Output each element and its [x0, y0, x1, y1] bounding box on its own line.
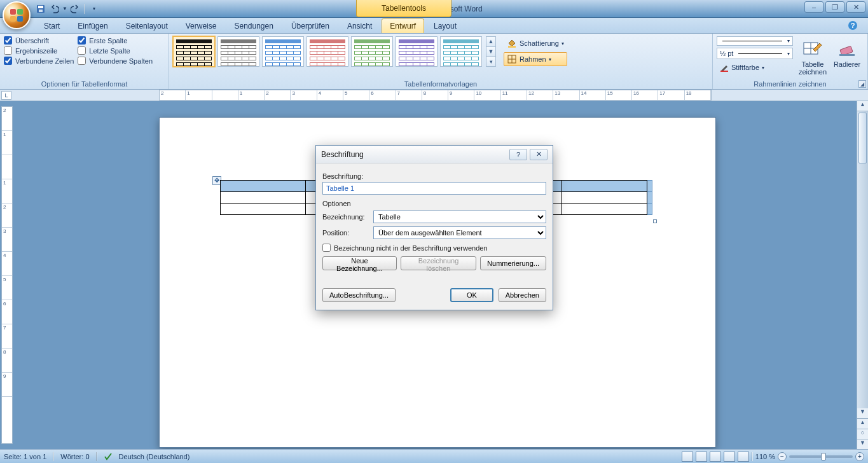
group-table-style-options: Überschrift Ergebniszeile Verbundene Zei…: [0, 34, 169, 89]
svg-rect-9: [720, 71, 728, 72]
window-controls: – ❐ ✕: [803, 1, 865, 13]
zoom-out-button[interactable]: −: [778, 452, 787, 461]
tab-einfuegen[interactable]: Einfügen: [69, 18, 116, 33]
cb-first-column-label: Erste Spalte: [89, 37, 127, 45]
line-weight-dropdown[interactable]: ½ pt ▾: [717, 48, 793, 59]
view-outline-button[interactable]: [724, 452, 735, 462]
scroll-thumb[interactable]: [858, 113, 867, 163]
dialog-close-button[interactable]: ✕: [530, 149, 548, 160]
cb-total-row[interactable]: Ergebniszeile: [4, 46, 74, 55]
cb-banded-rows-label: Verbundene Zeilen: [15, 57, 74, 65]
tab-ansicht[interactable]: Ansicht: [339, 18, 380, 33]
browse-next-icon[interactable]: ▼: [857, 439, 868, 449]
qat-customize-button[interactable]: ▾: [88, 3, 100, 15]
new-label-button[interactable]: Neue Bezeichnung...: [322, 256, 397, 270]
style-gallery[interactable]: [173, 36, 482, 67]
numbering-button[interactable]: Nummerierung...: [480, 256, 546, 270]
shading-label: Schattierung: [520, 39, 559, 47]
view-print-layout-button[interactable]: [682, 452, 693, 462]
table-style-thumb[interactable]: [173, 36, 215, 67]
autocaption-button[interactable]: AutoBeschriftung...: [322, 288, 396, 302]
proofing-icon[interactable]: [104, 452, 113, 461]
close-button[interactable]: ✕: [846, 1, 865, 13]
undo-button[interactable]: [48, 3, 61, 15]
browse-object-icon[interactable]: ○: [857, 429, 868, 439]
ruler-row: L 21123456789101112131415161718: [0, 90, 868, 101]
gallery-up-icon[interactable]: ▲: [486, 37, 495, 47]
label-dropdown[interactable]: Tabelle: [373, 211, 546, 223]
borders-button[interactable]: Rahmen▾: [504, 52, 567, 66]
group-draw-borders: ▾ ½ pt ▾ Stiftfarbe▾ Tabelle zeichnen Ra…: [713, 34, 868, 89]
table-style-thumb[interactable]: [440, 36, 482, 67]
tab-selector[interactable]: L: [1, 91, 11, 100]
tab-ueberpruefen[interactable]: Überprüfen: [283, 18, 338, 33]
gallery-scroll[interactable]: ▲ ▼ ▾: [486, 36, 496, 67]
minimize-button[interactable]: –: [804, 1, 823, 13]
table-style-thumb[interactable]: [307, 36, 348, 67]
draw-table-label: Tabelle zeichnen: [798, 60, 827, 76]
save-button[interactable]: [34, 3, 47, 15]
cb-last-column[interactable]: Letzte Spalte: [78, 46, 153, 55]
group-draw-label: Rahmenlinien zeichnen: [717, 79, 864, 88]
tab-entwurf[interactable]: Entwurf: [382, 18, 424, 33]
tab-seitenlayout[interactable]: Seitenlayout: [118, 18, 176, 33]
exclude-label-checkbox[interactable]: [322, 244, 331, 252]
eraser-button[interactable]: Radierer: [832, 36, 862, 68]
delete-label-button[interactable]: Bezeichnung löschen: [401, 256, 476, 270]
shading-button[interactable]: Schattierung▾: [504, 36, 567, 50]
cb-banded-columns-label: Verbundene Spalten: [89, 57, 153, 65]
draw-table-button[interactable]: Tabelle zeichnen: [798, 36, 827, 76]
cancel-button[interactable]: Abbrechen: [499, 288, 546, 302]
group-draw-launcher[interactable]: ◢: [858, 80, 866, 88]
maximize-button[interactable]: ❐: [825, 1, 844, 13]
tab-start[interactable]: Start: [36, 18, 68, 33]
cb-last-column-label: Letzte Spalte: [89, 47, 130, 55]
redo-button[interactable]: [69, 3, 81, 15]
caption-input[interactable]: [322, 182, 546, 195]
table-style-thumb[interactable]: [217, 36, 259, 67]
svg-rect-5: [508, 46, 516, 48]
ok-button[interactable]: OK: [450, 288, 493, 302]
zoom-level[interactable]: 110 %: [755, 453, 775, 460]
tab-verweise[interactable]: Verweise: [177, 18, 225, 33]
gallery-more-icon[interactable]: ▾: [486, 57, 495, 66]
svg-rect-14: [839, 54, 855, 56]
view-web-button[interactable]: [710, 452, 721, 462]
status-page[interactable]: Seite: 1 von 1: [4, 453, 46, 460]
dialog-help-button[interactable]: ?: [509, 149, 527, 160]
horizontal-ruler[interactable]: 21123456789101112131415161718: [159, 90, 712, 100]
view-draft-button[interactable]: [738, 452, 749, 462]
vertical-scrollbar[interactable]: ▲ ▼ ▲ ○ ▼: [857, 101, 868, 449]
borders-label: Rahmen: [520, 55, 546, 63]
tab-sendungen[interactable]: Sendungen: [226, 18, 281, 33]
pen-color-button[interactable]: Stiftfarbe▾: [717, 61, 793, 74]
dialog-titlebar[interactable]: Beschriftung ? ✕: [316, 146, 553, 163]
zoom-in-button[interactable]: +: [855, 452, 864, 461]
ribbon-tabs: Start Einfügen Seitenlayout Verweise Sen…: [0, 18, 868, 34]
status-language[interactable]: Deutsch (Deutschland): [119, 453, 190, 460]
cb-first-column[interactable]: Erste Spalte: [78, 36, 153, 45]
office-button[interactable]: [3, 1, 31, 29]
table-resize-handle[interactable]: [653, 219, 657, 223]
cb-header-row[interactable]: Überschrift: [4, 36, 74, 45]
cb-banded-rows[interactable]: Verbundene Zeilen: [4, 57, 74, 65]
caption-field-label: Beschriftung:: [322, 172, 546, 180]
view-fullscreen-button[interactable]: [696, 452, 707, 462]
scroll-down-icon[interactable]: ▼: [857, 408, 868, 418]
line-style-dropdown[interactable]: ▾: [717, 36, 793, 46]
cb-banded-columns[interactable]: Verbundene Spalten: [78, 57, 153, 65]
help-button[interactable]: ?: [844, 18, 862, 33]
browse-prev-icon[interactable]: ▲: [857, 418, 868, 429]
table-style-thumb[interactable]: [351, 36, 393, 67]
vertical-ruler[interactable]: 21123456789: [1, 106, 13, 444]
table-style-thumb[interactable]: [396, 36, 437, 67]
position-dropdown[interactable]: Über dem ausgewählten Element: [373, 226, 546, 239]
scroll-up-icon[interactable]: ▲: [857, 101, 868, 111]
borders-icon: [507, 54, 517, 64]
table-style-thumb[interactable]: [262, 36, 304, 67]
tab-layout[interactable]: Layout: [425, 18, 465, 33]
zoom-slider[interactable]: [789, 455, 853, 458]
cb-header-row-label: Überschrift: [15, 37, 49, 45]
gallery-down-icon[interactable]: ▼: [486, 47, 495, 57]
status-words[interactable]: Wörter: 0: [60, 453, 89, 460]
